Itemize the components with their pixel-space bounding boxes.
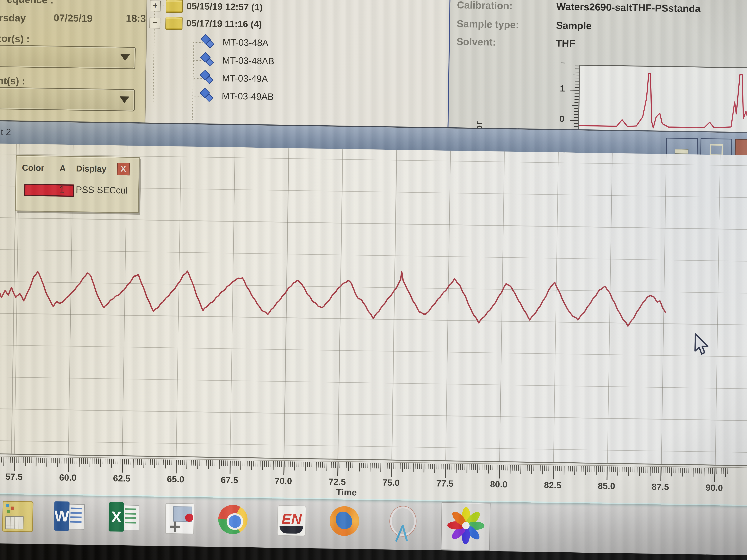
mini-tick-label-1: 1 [552,83,565,94]
legend-box[interactable]: Color A Display X 1 PSS SECcul [15,155,140,213]
chevron-down-icon[interactable] [120,54,130,61]
x-tick-label: 72.5 [329,477,346,487]
operators-combobox[interactable] [0,45,136,69]
sample-tree-panel: +05/14/19 16:57 (1)+05/15/19 12:57 (1)−0… [145,0,450,128]
mouse-cursor-icon [693,333,715,357]
photo-viewer-icon[interactable] [163,502,196,536]
sample-type-value: Sample [556,20,592,31]
restore-icon [710,144,723,156]
x-axis-title: Time [336,487,357,498]
expand-icon[interactable]: + [150,1,161,11]
mini-trace [579,65,747,133]
mini-tick-label-2: 2 [552,61,565,65]
x-tick-label: 60.0 [59,472,77,483]
operators-label: tor(s) : [0,33,30,45]
legend-trace-name: PSS SECcul [76,184,128,196]
sample-result-icon [201,53,216,68]
window-title: t 2 [1,127,11,137]
folder-icon [165,0,183,13]
legend-channel: 1 [59,184,65,195]
x-tick-label: 75.0 [382,477,400,488]
sequence-label: equence : [7,0,54,6]
sample-result-icon [201,89,215,104]
x-tick-label: 90.0 [705,482,723,493]
x-tick-label: 62.5 [113,473,130,483]
chromatogram-window: t 2 Color A Display X 1 PSS [0,121,747,505]
mini-plot-area [578,64,747,133]
x-tick-label: 87.5 [651,482,669,492]
x-tick-label: 57.5 [5,472,23,482]
trace-color-swatch [24,184,74,197]
x-tick-label: 67.5 [221,475,238,485]
word-icon[interactable]: W [54,500,87,535]
sample-result-icon [201,35,216,50]
legend-header-display: Display [76,163,106,174]
mini-y-axis-label: or Respons [473,83,486,131]
calibration-value: Waters2690-saltTHF-PSstanda [556,1,700,14]
minimize-icon [674,149,688,154]
tree-row[interactable]: MT-03-49AB [146,86,442,108]
firefox-icon[interactable] [329,504,362,539]
tree-row-label: MT-03-49AB [222,90,274,102]
tree-row-label: MT-03-48A [223,37,268,48]
solvent-value: THF [556,37,575,49]
tree-row-label: MT-03-48AB [222,55,275,66]
legend-close-button[interactable]: X [117,163,130,176]
tree-row[interactable]: MT-03-48A [147,32,443,54]
sequence-panel: equence : rsday 07/25/19 18:38 tor(s) : … [0,0,147,124]
sample-info-panel: Calibration: Waters2690-saltTHF-PSstanda… [447,0,747,133]
pinwheel-app-icon[interactable] [447,507,485,544]
endnote-icon[interactable]: EN [275,503,308,538]
x-tick-label: 85.0 [598,481,615,491]
x-tick-label: 65.0 [167,474,184,484]
folder-icon [165,17,183,30]
instruments-label: nt(s) : [0,75,25,87]
screen-content: equence : rsday 07/25/19 18:38 tor(s) : … [0,0,747,554]
day-fragment: rsday [0,12,26,24]
sample-result-icon [201,71,216,86]
snipping-tool-icon[interactable] [387,505,420,540]
mini-tick-label-0: 0 [551,113,565,124]
legend-header-a: A [59,163,66,174]
chrome-icon[interactable] [217,502,250,537]
legend-header-color: Color [22,163,44,173]
tree-row-label: 05/15/19 12:57 (1) [186,1,263,12]
photo-of-screen: equence : rsday 07/25/19 18:38 tor(s) : … [0,0,747,560]
x-tick-label: 77.5 [436,478,454,488]
plot-area[interactable]: Color A Display X 1 PSS SECcul [0,143,747,465]
mini-y-ruler [566,62,579,130]
x-tick-label: 80.0 [490,479,508,489]
tree-row-label: MT-03-49A [222,73,268,84]
mini-chromatogram: or Respons 2 1 0 [471,61,747,133]
calibration-label: Calibration: [457,0,513,11]
x-tick-label: 82.5 [544,480,561,490]
tree-row-label: 05/17/19 11:16 (4) [186,18,262,30]
sample-type-label: Sample type: [457,18,519,30]
collapse-icon[interactable]: − [150,18,160,28]
instruments-combobox[interactable] [0,87,135,111]
x-tick-label: 70.0 [275,476,292,486]
chevron-down-icon[interactable] [120,96,129,103]
instrument-app-icon[interactable] [1,499,34,534]
solvent-label: Solvent: [456,36,496,48]
excel-icon[interactable]: X [108,501,141,536]
date-value: 07/25/19 [54,12,93,24]
background-app-strip: equence : rsday 07/25/19 18:38 tor(s) : … [0,0,747,133]
